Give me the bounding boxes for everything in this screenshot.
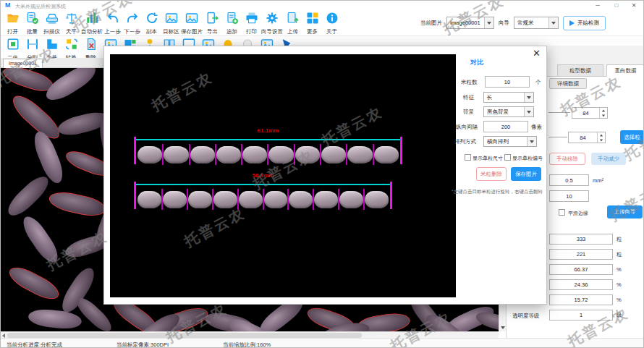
status-bar: 当前分析进度:分析完成 当前标定像素:300DPI 当前缩放比例:160% <box>1 338 643 348</box>
batch-button[interactable]: 批量 <box>22 10 42 35</box>
close-button[interactable]: ✕ <box>626 1 642 10</box>
rice-grain <box>27 307 82 331</box>
scroll-down-icon[interactable] <box>501 326 505 329</box>
toolbar-item-label: 上传 <box>287 28 298 35</box>
horizontal-scroll-thumb[interactable] <box>7 333 362 338</box>
folder-open-button[interactable]: 打开 <box>3 10 22 35</box>
aligned-grain[interactable] <box>314 191 338 208</box>
manual-remove-button[interactable]: 手动移除 <box>549 153 585 165</box>
wizard-settings-button[interactable]: 向导设置 <box>261 10 283 35</box>
measure-end-marker <box>390 182 392 209</box>
toolbar-item-label: 追加 <box>226 28 237 35</box>
stat-input-1[interactable]: 221 <box>549 249 613 260</box>
background-select[interactable]: 黑色背景 <box>483 106 534 117</box>
copy-refresh-button[interactable]: 副本 <box>142 10 161 35</box>
aligned-grain[interactable] <box>264 191 288 208</box>
aligned-grain[interactable] <box>339 191 363 208</box>
measure-line-1 <box>135 184 391 185</box>
grain-count-input[interactable]: 10 <box>485 76 530 88</box>
select-grain-button[interactable]: 选择粒 <box>620 130 644 144</box>
show-size-checkbox[interactable] <box>465 154 471 161</box>
aligned-grain[interactable] <box>137 146 162 164</box>
undo-button[interactable]: 上一步 <box>103 10 122 35</box>
about-icon <box>326 12 339 27</box>
aligned-grain[interactable] <box>164 146 188 164</box>
folder-open-icon <box>7 12 20 27</box>
image-tab[interactable]: Image00001 <box>3 59 43 68</box>
rice-grain <box>42 68 100 106</box>
transparency-input[interactable]: 1 <box>549 310 613 321</box>
upload-wizard-button[interactable]: 上传向导 <box>607 205 643 218</box>
threshold2-spinner[interactable]: 84 <box>568 132 606 143</box>
toolbar-item-label: 目标区 <box>163 28 179 35</box>
threshold2-slider[interactable] <box>548 137 567 137</box>
scanner-button[interactable]: 扫描仪 <box>42 10 62 35</box>
aligned-grain[interactable] <box>137 191 161 208</box>
auto-analyze-button[interactable]: 自动分析 <box>81 10 103 35</box>
feature-select[interactable]: 长 <box>483 92 534 103</box>
upload-button[interactable]: 上传 <box>283 10 302 35</box>
threshold1-spinner[interactable]: 84 <box>572 107 608 119</box>
wizard-select[interactable]: 常规米 <box>514 17 559 29</box>
aligned-grain[interactable] <box>365 191 389 208</box>
stat-input-4[interactable]: 15.72 <box>549 294 613 305</box>
aligned-grain[interactable] <box>347 146 372 164</box>
grain-delete-button[interactable]: 米粒删除 <box>476 167 507 181</box>
compare-canvas[interactable]: 61.1mm58.3mm <box>110 54 456 297</box>
append-button[interactable]: 追加 <box>222 10 242 35</box>
aligned-grain[interactable] <box>268 146 293 164</box>
aligned-grain[interactable] <box>190 146 215 164</box>
start-detection-button[interactable]: 开始检测 <box>563 16 606 30</box>
min-value-input[interactable]: 10 <box>549 190 589 202</box>
chevron-down-icon <box>524 107 533 116</box>
dialog-close-icon[interactable]: ✕ <box>533 48 541 59</box>
aligned-grain[interactable] <box>289 191 313 208</box>
toolbar-item-label: 上一步 <box>104 28 121 35</box>
aligned-grain[interactable] <box>213 191 237 208</box>
stat-input-0[interactable]: 333 <box>549 234 613 245</box>
app-title: 大米外观品质检测系统 <box>15 3 66 10</box>
current-image-select[interactable]: Image00001 <box>446 17 494 29</box>
toolbar-item-label: 自动分析 <box>81 28 103 35</box>
stat-input-2[interactable]: 66.37 <box>549 264 613 275</box>
redo-button[interactable]: 下一步 <box>122 10 142 35</box>
stat-unit-4: % <box>617 297 622 303</box>
toolbar-item-label: 副本 <box>146 28 157 35</box>
detail-data-button[interactable]: 详细数据 <box>549 78 587 89</box>
aligned-grain[interactable] <box>216 146 241 164</box>
aligned-grain[interactable] <box>188 191 212 208</box>
minimize-button[interactable]: ─ <box>590 1 606 10</box>
aligned-grain[interactable] <box>239 191 263 208</box>
spacing-input[interactable]: 200 <box>483 121 528 132</box>
aligned-grain[interactable] <box>321 146 346 164</box>
save-image-button[interactable]: 保存图片 <box>181 10 203 35</box>
show-number-checkbox[interactable] <box>504 154 511 161</box>
threshold2-stepper[interactable] <box>597 132 605 143</box>
scale-button[interactable]: 天平 <box>62 10 81 35</box>
aligned-grain[interactable] <box>374 146 399 164</box>
toolbar-item-label: 导出 <box>207 28 218 35</box>
print-button[interactable]: 打印 <box>242 10 261 35</box>
tab-chalkiness-data[interactable]: 垩白数据 <box>606 64 644 77</box>
maximize-button[interactable]: □ <box>609 1 624 10</box>
min-area-input[interactable]: 0.5 <box>549 174 589 186</box>
about-button[interactable]: 关于 <box>322 10 342 35</box>
more-button[interactable]: 更多 <box>302 10 322 35</box>
aligned-grain[interactable] <box>163 191 187 208</box>
current-image-label: 当前图片 <box>420 20 442 27</box>
threshold1-stepper[interactable] <box>599 108 607 118</box>
stat-input-3[interactable]: 24.36 <box>549 279 613 290</box>
horizontal-scrollbar[interactable] <box>1 331 499 338</box>
smooth-edge-checkbox[interactable] <box>559 209 565 216</box>
export-button[interactable]: 导出 <box>203 10 222 35</box>
arrangement-select[interactable]: 横向排列 <box>483 136 537 147</box>
aligned-grain[interactable] <box>242 146 267 164</box>
more-icon <box>306 12 319 27</box>
tab-grain-shape-data[interactable]: 粒型数据 <box>557 64 603 77</box>
target-area-button[interactable]: 目标区 <box>161 10 181 35</box>
threshold1-slider[interactable] <box>548 112 570 113</box>
aligned-grain[interactable] <box>295 146 320 164</box>
wizard-settings-icon <box>266 12 279 27</box>
manual-reduce-button[interactable]: 手动减少 <box>591 153 626 165</box>
save-image-button[interactable]: 保存图片 <box>511 167 541 181</box>
